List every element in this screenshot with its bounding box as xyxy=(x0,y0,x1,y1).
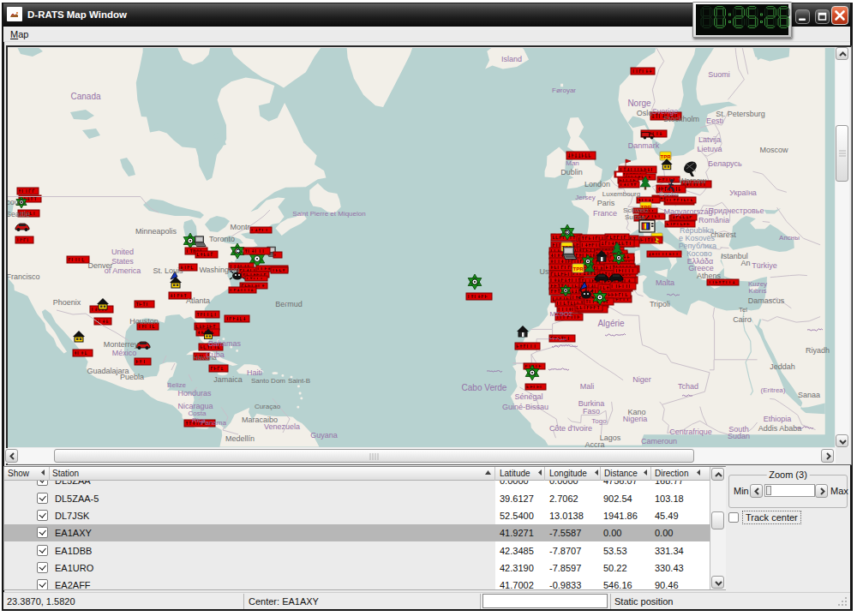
svg-text:Norge: Norge xyxy=(627,99,651,108)
svg-text:Cameroun: Cameroun xyxy=(641,437,677,446)
svg-text:Suomi: Suomi xyxy=(708,70,730,79)
svg-text:Niger: Niger xyxy=(632,375,651,384)
svg-text:Апсны: Апсны xyxy=(779,234,800,242)
svg-text:Faso: Faso xyxy=(583,407,600,416)
svg-text:Warsaw: Warsaw xyxy=(679,176,707,185)
svg-text:TPR: TPR xyxy=(573,266,584,272)
svg-text:Jamaica: Jamaica xyxy=(213,375,243,384)
svg-text:Monterrey: Monterrey xyxy=(104,340,139,349)
svg-text:Minneapolis: Minneapolis xyxy=(135,227,177,236)
svg-text:Medellín: Medellín xyxy=(225,434,255,443)
svg-text:of America: of America xyxy=(105,266,141,275)
svg-text:Kıbrıs: Kıbrıs xyxy=(749,287,767,295)
svg-text:Føroyar: Føroyar xyxy=(552,87,576,94)
svg-text:Oslo: Oslo xyxy=(637,109,653,117)
svg-text:(Eritrea): (Eritrea) xyxy=(761,386,786,394)
svg-text:Danmark: Danmark xyxy=(628,141,660,150)
svg-text:Togo: Togo xyxy=(591,417,607,425)
svg-text:Atlanta: Atlanta xyxy=(186,296,210,305)
svg-text:Nigeria: Nigeria xyxy=(623,415,648,423)
svg-text:Maracaibo: Maracaibo xyxy=(242,416,278,424)
svg-text:Francisco: Francisco xyxy=(8,272,40,281)
svg-text:Addis Ababa: Addis Ababa xyxy=(758,424,802,433)
svg-text:Guyana: Guyana xyxy=(310,431,338,440)
svg-text:Sudan: Sudan xyxy=(728,432,750,440)
svg-text:United: United xyxy=(111,248,134,256)
svg-text:Puebla: Puebla xyxy=(120,373,144,381)
svg-text:Guiné-Bissau: Guiné-Bissau xyxy=(502,403,548,411)
svg-text:Tripoli: Tripoli xyxy=(650,300,670,308)
svg-text:România: România xyxy=(698,216,729,224)
svg-text:Athens: Athens xyxy=(697,272,722,280)
svg-text:Cabo Verde: Cabo Verde xyxy=(462,383,507,392)
svg-text:Jersey: Jersey xyxy=(575,194,596,201)
svg-text:Tel: Tel xyxy=(739,306,747,314)
svg-text:Riyadh: Riyadh xyxy=(806,346,830,355)
svg-text:Belize: Belize xyxy=(167,381,186,389)
svg-text:Türkiye: Türkiye xyxy=(752,261,777,270)
svg-text:Damascus: Damascus xyxy=(748,296,785,305)
svg-text:Latvija: Latvija xyxy=(698,135,721,144)
svg-text:Suisse: Suisse xyxy=(625,213,646,221)
svg-text:ncou: ncou xyxy=(8,198,19,206)
svg-text:TPR: TPR xyxy=(661,154,672,159)
svg-text:St. Louis: St. Louis xyxy=(153,266,183,275)
svg-text:An: An xyxy=(740,259,750,267)
svg-text:Canada: Canada xyxy=(70,92,100,101)
svg-text:Ethiopia: Ethiopia xyxy=(764,415,792,423)
svg-text:Tchad: Tchad xyxy=(678,382,698,391)
svg-text:Беларусь: Беларусь xyxy=(708,159,742,168)
svg-text:Malta: Malta xyxy=(656,278,674,287)
svg-text:Jeddah: Jeddah xyxy=(770,362,795,371)
svg-text:Mali: Mali xyxy=(580,382,595,391)
svg-text:Україна: Україна xyxy=(729,188,757,197)
svg-text:London: London xyxy=(584,180,610,188)
svg-text:México: México xyxy=(112,349,137,357)
svg-text:Houston: Houston xyxy=(129,317,159,326)
svg-text:D: D xyxy=(566,230,570,235)
svg-text:Havana: Havana xyxy=(193,354,217,362)
svg-text:Washington: Washington xyxy=(199,266,239,274)
svg-text:Curaçao: Curaçao xyxy=(255,403,281,410)
svg-text:Saint-B: Saint-B xyxy=(288,377,310,385)
svg-text:Honduras: Honduras xyxy=(177,389,212,398)
svg-text:ΜΣ9ΟΣ: ΜΣ9ΟΣ xyxy=(549,310,572,318)
svg-text:Haiti: Haiti xyxy=(247,368,262,377)
svg-text:Seattle: Seattle xyxy=(8,210,30,218)
svg-text:Cairo: Cairo xyxy=(733,315,752,324)
svg-text:Česko: Česko xyxy=(659,190,679,198)
svg-text:Eesti: Eesti xyxy=(706,117,723,125)
svg-text:Dublin: Dublin xyxy=(560,168,583,176)
svg-text:Bahamas: Bahamas xyxy=(208,339,242,348)
svg-text:Bermud: Bermud xyxy=(275,300,303,308)
svg-text:France: France xyxy=(593,209,617,218)
svg-text:Montr: Montr xyxy=(230,223,249,231)
svg-text:Algérie: Algérie xyxy=(597,319,625,328)
svg-text:Côte d'Ivoire: Côte d'Ivoire xyxy=(549,424,592,433)
svg-text:Panama: Panama xyxy=(201,419,226,427)
svg-text:Saint Pierre et Miquelon: Saint Pierre et Miquelon xyxy=(292,210,365,218)
svg-text:Magyarország: Magyarország xyxy=(663,207,712,216)
svg-text:Island: Island xyxy=(501,55,522,63)
svg-text:Us: Us xyxy=(540,267,549,276)
svg-text:Lietuva: Lietuva xyxy=(697,145,722,153)
svg-text:Приднестровье: Приднестровье xyxy=(709,206,764,215)
svg-text:Sénégal: Sénégal xyxy=(514,392,542,401)
svg-text:Sanaa: Sanaa xyxy=(798,391,820,399)
svg-text:Man: Man xyxy=(566,159,579,167)
svg-text:Centrafrique: Centrafrique xyxy=(669,428,712,436)
svg-text:Paris: Paris xyxy=(597,199,615,207)
svg-text:States: States xyxy=(111,257,134,266)
svg-text:Toronto: Toronto xyxy=(209,235,235,243)
svg-text:Phoenix: Phoenix xyxy=(53,298,81,307)
svg-text:Luxembourg: Luxembourg xyxy=(602,190,640,198)
svg-text:Santo Dom: Santo Dom xyxy=(251,377,285,385)
svg-text:Stockholm: Stockholm xyxy=(663,115,699,123)
svg-text:Accra: Accra xyxy=(584,440,604,447)
svg-text:C: C xyxy=(236,248,240,254)
svg-text:Moscow: Moscow xyxy=(759,146,788,154)
